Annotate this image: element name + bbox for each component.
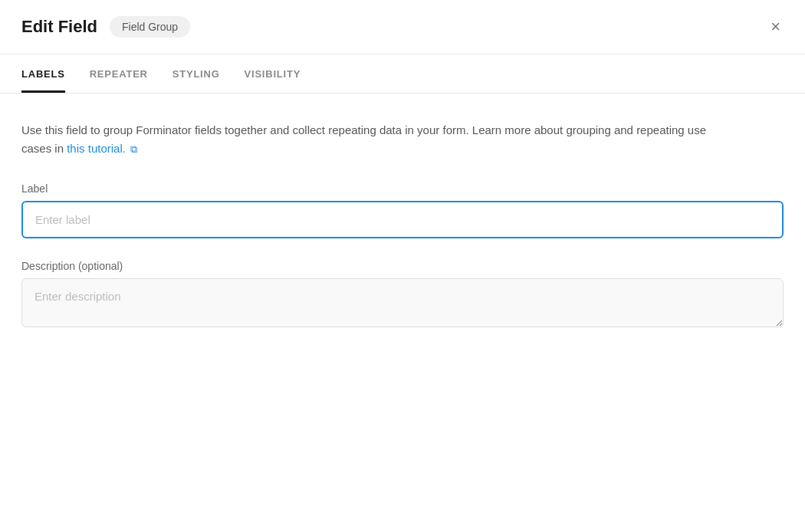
description-field-label: Description (optional) — [21, 260, 784, 272]
label-form-group: Label — [21, 182, 784, 238]
external-link-icon: ⧉ — [130, 142, 137, 158]
label-input[interactable] — [21, 201, 784, 238]
tabs-bar: LABELS REPEATER STYLING VISIBILITY — [0, 54, 805, 94]
close-button[interactable]: × — [767, 15, 784, 38]
tab-visibility[interactable]: VISIBILITY — [245, 54, 301, 93]
tab-repeater[interactable]: REPEATER — [90, 54, 148, 93]
description-form-group: Description (optional) — [21, 260, 784, 330]
description-text: Use this field to group Forminator field… — [21, 121, 711, 158]
description-textarea[interactable] — [21, 278, 784, 327]
tab-labels[interactable]: LABELS — [21, 54, 65, 93]
field-group-badge: Field Group — [110, 16, 190, 38]
label-field-label: Label — [21, 182, 784, 195]
modal-title: Edit Field — [21, 17, 97, 37]
tutorial-link[interactable]: this tutorial. — [67, 142, 126, 155]
tab-styling[interactable]: STYLING — [172, 54, 220, 93]
modal-content: Use this field to group Forminator field… — [0, 94, 805, 383]
modal-header: Edit Field Field Group × — [0, 0, 805, 54]
edit-field-modal: Edit Field Field Group × LABELS REPEATER… — [0, 0, 805, 532]
